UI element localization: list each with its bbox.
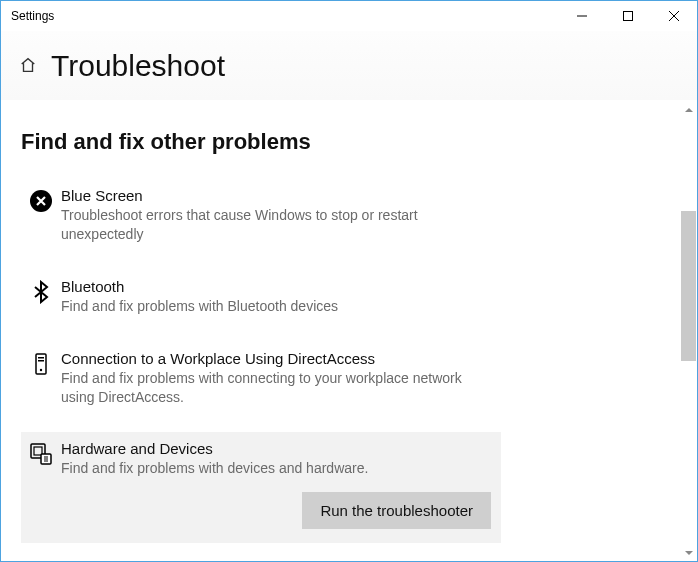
close-button[interactable] (651, 1, 697, 31)
home-icon[interactable] (19, 56, 37, 78)
svg-rect-3 (38, 357, 44, 359)
troubleshoot-item-bluetooth[interactable]: Bluetooth Find and fix problems with Blu… (21, 270, 501, 324)
scroll-up-arrow[interactable] (680, 101, 697, 118)
maximize-button[interactable] (605, 1, 651, 31)
vertical-scrollbar[interactable] (680, 101, 697, 561)
titlebar: Settings (1, 1, 697, 31)
scroll-thumb[interactable] (681, 211, 696, 361)
run-row: Run the troubleshooter (21, 478, 501, 543)
item-title: Bluetooth (61, 278, 485, 295)
content-area: Find and fix other problems Blue Screen … (1, 101, 680, 561)
page-title: Troubleshoot (51, 49, 225, 83)
troubleshoot-item-bluescreen[interactable]: Blue Screen Troubleshoot errors that cau… (21, 179, 501, 252)
run-troubleshooter-button[interactable]: Run the troubleshooter (302, 492, 491, 529)
window-title: Settings (11, 9, 54, 23)
item-desc: Troubleshoot errors that cause Windows t… (61, 206, 485, 244)
scroll-down-arrow[interactable] (680, 544, 697, 561)
svg-point-5 (40, 368, 42, 370)
svg-rect-0 (624, 12, 633, 21)
bluescreen-icon (21, 187, 61, 213)
hardware-icon (21, 440, 61, 466)
page-header: Troubleshoot (1, 31, 697, 101)
section-title: Find and fix other problems (21, 129, 680, 155)
troubleshoot-item-directaccess[interactable]: Connection to a Workplace Using DirectAc… (21, 342, 501, 415)
item-desc: Find and fix problems with connecting to… (61, 369, 485, 407)
troubleshoot-item-hardware[interactable]: Hardware and Devices Find and fix proble… (21, 432, 501, 478)
item-desc: Find and fix problems with devices and h… (61, 459, 485, 478)
item-title: Blue Screen (61, 187, 485, 204)
item-desc: Find and fix problems with Bluetooth dev… (61, 297, 485, 316)
item-title: Hardware and Devices (61, 440, 485, 457)
svg-rect-4 (38, 360, 44, 362)
minimize-button[interactable] (559, 1, 605, 31)
bluetooth-icon (21, 278, 61, 304)
server-icon (21, 350, 61, 376)
item-title: Connection to a Workplace Using DirectAc… (61, 350, 485, 367)
